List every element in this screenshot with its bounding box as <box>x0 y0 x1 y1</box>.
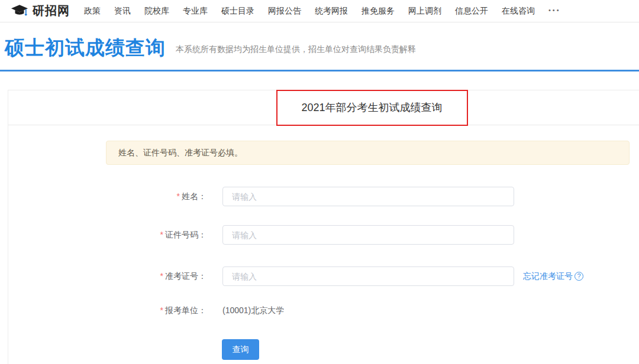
nav-item-tongkaowangbao[interactable]: 统考网报 <box>315 6 348 17</box>
required-asterisk: * <box>177 191 180 201</box>
forgot-ticket-link-label: 忘记准考证号 <box>523 271 573 282</box>
nav-menu: 政策 资讯 院校库 专业库 硕士目录 网报公告 统考网报 推免服务 网上调剂 信… <box>84 6 561 17</box>
nav-item-xinxigongkai[interactable]: 信息公开 <box>455 6 488 17</box>
blue-divider <box>0 70 639 72</box>
site-logo-text: 研招网 <box>33 3 70 19</box>
name-input[interactable] <box>222 187 514 206</box>
nav-item-shuoshimulu[interactable]: 硕士目录 <box>221 6 254 17</box>
form-row-name: *姓名： <box>8 187 639 206</box>
nav-item-zixun[interactable]: 资讯 <box>114 6 131 17</box>
question-circle-icon: ? <box>575 272 583 281</box>
page-header: 硕士初试成绩查询 本系统所有数据均为招生单位提供，招生单位对查询结果负责解释 <box>5 37 416 59</box>
nav-item-tuimianfuwu[interactable]: 推免服务 <box>362 6 395 17</box>
page-title: 硕士初试成绩查询 <box>5 37 166 59</box>
admission-ticket-label: *准考证号： <box>135 266 206 286</box>
form-row-id-number: *证件号码： <box>8 225 639 245</box>
panel-title: 2021年部分考生初试成绩查询 <box>8 90 639 125</box>
site-logo[interactable]: 研招网 <box>11 3 70 19</box>
name-label: *姓名： <box>135 187 206 206</box>
required-asterisk: * <box>160 306 163 315</box>
graduation-cap-icon <box>11 4 28 18</box>
page-subtitle: 本系统所有数据均为招生单位提供，招生单位对查询结果负责解释 <box>176 44 416 59</box>
required-fields-alert: 姓名、证件号码、准考证号必填。 <box>106 141 630 165</box>
nav-more-dots-icon[interactable]: ••• <box>548 6 561 16</box>
form-row-target-unit: *报考单位： (10001)北京大学 <box>8 301 639 320</box>
id-number-input[interactable] <box>222 225 514 245</box>
nav-item-zaixianzixun[interactable]: 在线咨询 <box>502 6 535 17</box>
query-button[interactable]: 查询 <box>222 339 259 360</box>
nav-item-wangshangtiaoji[interactable]: 网上调剂 <box>408 6 441 17</box>
nav-item-zhuanyeku[interactable]: 专业库 <box>183 6 208 17</box>
id-number-label: *证件号码： <box>135 225 206 245</box>
forgot-ticket-link[interactable]: 忘记准考证号 ? <box>523 266 583 286</box>
nav-item-yuanxiaoku[interactable]: 院校库 <box>144 6 169 17</box>
required-asterisk: * <box>160 230 163 239</box>
admission-ticket-input[interactable] <box>222 266 514 286</box>
target-unit-value: (10001)北京大学 <box>222 301 284 320</box>
nav-item-zhengce[interactable]: 政策 <box>84 6 101 17</box>
nav-item-wangbaogonggao[interactable]: 网报公告 <box>268 6 301 17</box>
form-row-admission-ticket: *准考证号： 忘记准考证号 ? <box>8 266 639 286</box>
panel-header: 2021年部分考生初试成绩查询 <box>8 90 639 125</box>
target-unit-label: *报考单位： <box>135 301 206 320</box>
alert-text: 姓名、证件号码、准考证号必填。 <box>118 148 243 158</box>
required-asterisk: * <box>160 271 163 281</box>
score-query-panel: 2021年部分考生初试成绩查询 姓名、证件号码、准考证号必填。 *姓名： *证件… <box>8 90 639 364</box>
top-navigation: 研招网 政策 资讯 院校库 专业库 硕士目录 网报公告 统考网报 推免服务 网上… <box>0 0 639 22</box>
